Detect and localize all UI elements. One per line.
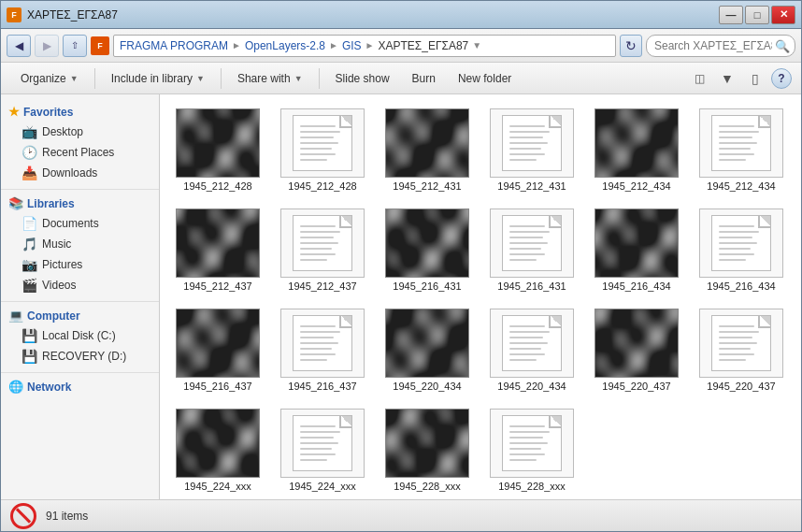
sidebar-item-pictures[interactable]: 📷 Pictures <box>1 254 159 275</box>
file-label: 1945_220_434 <box>497 381 566 392</box>
sidebar-item-documents[interactable]: 📄 Documents <box>1 213 159 234</box>
file-label: 1945_212_434 <box>602 180 670 192</box>
window-icon: F <box>7 7 21 22</box>
minimize-button[interactable]: — <box>719 6 743 24</box>
list-item[interactable]: 1945_216_434 <box>691 202 792 298</box>
breadcrumb[interactable]: FRAGMA PROGRAM ► OpenLayers-2.8 ► GIS ► … <box>113 35 616 57</box>
list-item[interactable]: 1945_220_434 <box>481 302 582 398</box>
desktop-icon: 📺 <box>21 124 37 139</box>
include-arrow: ▼ <box>196 74 205 83</box>
sidebar-item-music[interactable]: 🎵 Music <box>1 234 159 254</box>
list-item[interactable]: 1945_212_437 <box>167 202 268 298</box>
up-button[interactable]: ⇧ <box>63 35 87 57</box>
list-item[interactable]: 1945_212_431 <box>377 102 478 198</box>
list-item[interactable]: 1945_212_428 <box>272 102 373 198</box>
file-label: 1945_220_437 <box>602 381 670 392</box>
list-item[interactable]: 1945_220_437 <box>691 302 792 398</box>
file-label: 1945_224_xxx <box>184 481 251 492</box>
list-item[interactable]: 1945_212_434 <box>586 102 687 198</box>
music-icon: 🎵 <box>21 237 37 252</box>
file-label: 1945_212_434 <box>707 180 775 192</box>
sidebar-computer-section: 💻 Computer 💾 Local Disk (C:) 💾 RECOVERY … <box>1 306 159 367</box>
sidebar-computer-header[interactable]: 💻 Computer <box>1 306 159 325</box>
list-item[interactable]: 1945_216_431 <box>377 202 478 298</box>
documents-icon: 📄 <box>21 216 37 231</box>
list-item[interactable]: 1945_216_437 <box>272 302 373 398</box>
file-label: 1945_228_xxx <box>394 481 461 492</box>
search-wrapper: 🔍 <box>646 35 795 57</box>
breadcrumb-part-4: ΧΑΡΤΕΣ_ΕΓΣΑ87 <box>378 39 468 52</box>
forward-button[interactable]: ▶ <box>35 35 59 57</box>
file-label: 1945_216_431 <box>497 280 566 292</box>
file-label: 1945_212_428 <box>288 180 356 192</box>
sidebar-item-recent-places[interactable]: 🕑 Recent Places <box>1 142 159 163</box>
breadcrumb-sep-3: ► <box>365 40 375 50</box>
list-item[interactable]: 1945_212_428 <box>167 102 268 198</box>
burn-button[interactable]: Burn <box>402 66 446 91</box>
main-area: ★ Favorites 📺 Desktop 🕑 Recent Places 📥 … <box>1 94 801 499</box>
sidebar: ★ Favorites 📺 Desktop 🕑 Recent Places 📥 … <box>1 94 160 499</box>
path-icon: F <box>91 36 109 55</box>
sidebar-item-downloads[interactable]: 📥 Downloads <box>1 163 159 183</box>
breadcrumb-sep-1: ► <box>232 40 241 50</box>
list-item[interactable]: 1945_224_xxx <box>272 402 373 498</box>
close-button[interactable]: ✕ <box>771 6 795 24</box>
sidebar-item-local-disk-c[interactable]: 💾 Local Disk (C:) <box>1 325 159 346</box>
slideshow-button[interactable]: Slide show <box>325 66 400 91</box>
sidebar-favorites-header[interactable]: ★ Favorites <box>1 102 159 122</box>
recent-places-icon: 🕑 <box>21 145 37 160</box>
network-icon: 🌐 <box>8 380 23 394</box>
list-item[interactable]: 1945_216_434 <box>586 202 687 298</box>
list-item[interactable]: 1945_212_431 <box>481 102 582 198</box>
view-toggle-button[interactable]: ◫ <box>687 66 711 91</box>
status-bar: 91 items <box>1 499 801 531</box>
list-item[interactable]: 1945_216_437 <box>167 302 268 398</box>
sidebar-item-desktop[interactable]: 📺 Desktop <box>1 122 159 142</box>
new-folder-button[interactable]: New folder <box>448 66 522 91</box>
file-label: 1945_212_431 <box>393 180 461 192</box>
title-bar: F ΧΑΡΤΕΣ_ΕΓΣΑ87 — □ ✕ <box>1 1 801 29</box>
refresh-button[interactable]: ↻ <box>620 35 642 57</box>
sidebar-libraries-header[interactable]: 📚 Libraries <box>1 194 159 213</box>
no-selection-icon <box>10 503 36 529</box>
file-grid: 1945_212_4281945_212_4281945_212_4311945… <box>160 94 801 499</box>
file-label: 1945_216_437 <box>288 381 356 392</box>
list-item[interactable]: 1945_228_xxx <box>377 402 478 498</box>
videos-icon: 🎬 <box>21 278 37 293</box>
include-library-button[interactable]: Include in library ▼ <box>101 66 215 91</box>
list-item[interactable]: 1945_220_434 <box>377 302 478 398</box>
share-with-button[interactable]: Share with ▼ <box>227 66 313 91</box>
view-arrow-button[interactable]: ▼ <box>715 66 739 91</box>
star-icon: ★ <box>8 105 20 119</box>
item-count: 91 items <box>46 510 88 523</box>
list-item[interactable]: 1945_220_437 <box>586 302 687 398</box>
sidebar-divider-3 <box>1 372 159 373</box>
list-item[interactable]: 1945_212_437 <box>272 202 373 298</box>
help-button[interactable]: ? <box>771 68 792 89</box>
file-label: 1945_220_437 <box>707 381 775 392</box>
toolbar-sep-2 <box>221 68 222 89</box>
list-item[interactable]: 1945_224_xxx <box>167 402 268 498</box>
preview-pane-button[interactable]: ▯ <box>743 66 767 91</box>
file-label: 1945_216_431 <box>393 280 461 292</box>
organize-button[interactable]: Organize ▼ <box>10 66 89 91</box>
sidebar-item-recovery-d[interactable]: 💾 RECOVERY (D:) <box>1 346 159 367</box>
sidebar-network-header[interactable]: 🌐 Network <box>1 377 159 396</box>
search-input[interactable] <box>646 35 795 57</box>
file-label: 1945_212_437 <box>288 280 356 292</box>
toolbar-sep-3 <box>319 68 320 89</box>
breadcrumb-sep-4: ▼ <box>472 40 481 50</box>
file-label: 1945_212_431 <box>497 180 566 192</box>
sidebar-libraries-section: 📚 Libraries 📄 Documents 🎵 Music 📷 Pictur… <box>1 194 159 295</box>
list-item[interactable]: 1945_228_xxx <box>481 402 582 498</box>
back-button[interactable]: ◀ <box>7 35 31 57</box>
sidebar-favorites-section: ★ Favorites 📺 Desktop 🕑 Recent Places 📥 … <box>1 102 159 183</box>
recovery-d-icon: 💾 <box>21 349 37 364</box>
breadcrumb-sep-2: ► <box>329 40 338 50</box>
list-item[interactable]: 1945_212_434 <box>691 102 792 198</box>
sidebar-item-videos[interactable]: 🎬 Videos <box>1 275 159 295</box>
list-item[interactable]: 1945_216_431 <box>481 202 582 298</box>
share-arrow: ▼ <box>294 74 303 83</box>
maximize-button[interactable]: □ <box>745 6 769 24</box>
sidebar-divider-1 <box>1 189 159 190</box>
